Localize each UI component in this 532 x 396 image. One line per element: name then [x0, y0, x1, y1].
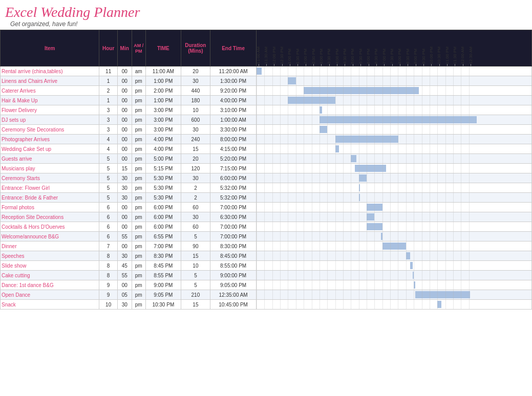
chart-cell: [257, 193, 532, 203]
chart-cell: [257, 105, 532, 115]
table-row: Welcome/announce B&G655pm6:55 PM57:00:00…: [1, 232, 532, 241]
table-row: Wedding Cake Set up400pm4:00 PM154:15:00…: [1, 144, 532, 154]
col-header-hour: Hour: [99, 30, 117, 67]
col-header-chart: 11:00 AM11:30 AM12:00 PM12:30 PM1:00 PM1…: [257, 30, 532, 67]
table-row: Entrance: Bride & Father530pm5:30 PM25:3…: [1, 193, 532, 203]
chart-cell: [257, 271, 532, 280]
chart-cell: [257, 212, 532, 222]
chart-cell: [257, 183, 532, 193]
timeline-bar: [406, 252, 410, 259]
chart-cell: [257, 173, 532, 183]
timeline-bar: [355, 165, 386, 172]
app-subtitle: Get organized, have fun!: [10, 20, 527, 28]
table-row: Speeches830pm8:30 PM158:45:00 PM: [1, 251, 532, 261]
planner-table-wrapper: Item Hour Min AM / PM TIME Duration (Min…: [0, 30, 532, 310]
table-row: DJ sets up300pm3:00 PM6001:00:00 AM: [1, 115, 532, 125]
col-header-time: TIME: [146, 30, 181, 67]
table-row: Photographer Arrives400pm4:00 PM2408:00:…: [1, 135, 532, 144]
timeline-bar: [367, 213, 374, 221]
table-row: Flower Delivery300pm3:00 PM103:10:00 PM: [1, 105, 532, 115]
table-row: Hair & Make Up100pm1:00 PM1804:00:00 PM: [1, 96, 532, 105]
chart-cell: [257, 164, 532, 173]
chart-cell: [257, 154, 532, 164]
table-row: Ceremony Site Decorations300pm3:00 PM303…: [1, 125, 532, 135]
col-header-min: Min: [117, 30, 132, 67]
table-row: Caterer Arrives200pm2:00 PM4409:20:00 PM: [1, 86, 532, 96]
chart-cell: [257, 76, 532, 86]
chart-cell: [257, 144, 532, 154]
col-header-duration: Duration (Mins): [181, 30, 210, 67]
timeline-bar: [304, 87, 419, 94]
table-row: Ceremony Starts530pm5:30 PM306:00:00 PM: [1, 173, 532, 183]
timeline-bar: [359, 174, 367, 182]
app-title: Excel Wedding Planner: [5, 4, 527, 20]
planner-table: Item Hour Min AM / PM TIME Duration (Min…: [0, 30, 532, 310]
chart-cell: [257, 232, 532, 241]
chart-cell: [257, 222, 532, 232]
chart-cell: [257, 300, 532, 310]
timeline-bar: [382, 243, 406, 250]
chart-cell: [257, 86, 532, 96]
chart-cell: [257, 261, 532, 271]
table-body: Rental arrive (china,tables)1100am11:00 …: [1, 67, 532, 310]
timeline-bar: [335, 145, 339, 152]
table-row: Dance: 1st dance B&G900pm9:00 PM59:05:00…: [1, 280, 532, 290]
chart-cell: [257, 67, 532, 76]
chart-cell: [257, 280, 532, 290]
chart-cell: [257, 115, 532, 125]
app-header: Excel Wedding Planner Get organized, hav…: [0, 0, 532, 30]
chart-cell: [257, 203, 532, 212]
timeline-bar: [288, 77, 295, 84]
table-row: Cocktails & Hors D'Ouerves600pm6:00 PM60…: [1, 222, 532, 232]
timeline-bar: [410, 262, 413, 269]
timeline-bar: [415, 291, 471, 298]
chart-cell: [257, 125, 532, 135]
chart-cell: [257, 251, 532, 261]
chart-cell: [257, 96, 532, 105]
col-header-ampm: AM / PM: [132, 30, 145, 67]
table-row: Linens and Chairs Arrive100pm1:00 PM301:…: [1, 76, 532, 86]
table-row: Snack1030pm10:30 PM1510:45:00 PM: [1, 300, 532, 310]
chart-cell: [257, 290, 532, 300]
timeline-bar: [257, 68, 262, 75]
table-row: Reception Site Decorations600pm6:00 PM30…: [1, 212, 532, 222]
table-row: Dinner700pm7:00 PM908:30:00 PM: [1, 241, 532, 251]
timeline-bar: [351, 155, 356, 162]
chart-cell: [257, 135, 532, 144]
table-row: Entrance: Flower Girl530pm5:30 PM25:32:0…: [1, 183, 532, 193]
table-row: Formal photos600pm6:00 PM607:00:00 PM: [1, 203, 532, 212]
table-row: Musicians play515pm5:15 PM1207:15:00 PM: [1, 164, 532, 173]
timeline-bar: [320, 126, 327, 133]
chart-cell: [257, 241, 532, 251]
table-row: Slide show845pm8:45 PM108:55:00 PM: [1, 261, 532, 271]
table-row: Guests arrive500pm5:00 PM205:20:00 PM: [1, 154, 532, 164]
table-row: Open Dance905pm9:05 PM21012:35:00 AM: [1, 290, 532, 300]
table-row: Rental arrive (china,tables)1100am11:00 …: [1, 67, 532, 76]
table-header: Item Hour Min AM / PM TIME Duration (Min…: [1, 30, 532, 67]
col-header-item: Item: [1, 30, 99, 67]
col-header-endtime: End Time: [210, 30, 257, 67]
table-row: Cake cutting855pm8:55 PM59:00:00 PM: [1, 271, 532, 280]
timeline-bar: [437, 301, 441, 308]
